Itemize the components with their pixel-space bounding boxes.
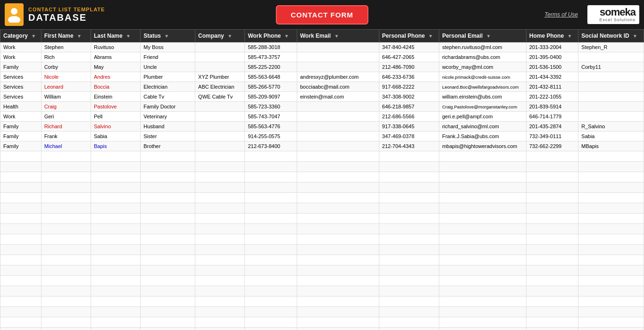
col-header-work-email[interactable]: Work Email ▼ [297, 30, 379, 42]
empty-cell [141, 255, 195, 265]
cell-company [195, 141, 245, 151]
empty-cell [41, 307, 91, 317]
header-right: Terms of Use someka Excel Solutions [544, 5, 639, 24]
contact-form-button[interactable]: CONTACT FORM [276, 5, 368, 25]
empty-cell [245, 307, 297, 317]
filter-arrow-homephone[interactable]: ▼ [567, 33, 572, 39]
col-header-first-name[interactable]: First Name ▼ [41, 30, 91, 42]
someka-tagline: Excel Solutions [599, 17, 636, 22]
empty-cell [526, 276, 578, 286]
cell-status: Sister [141, 132, 195, 141]
col-header-social-network-id[interactable]: Social Network ID ▼ [578, 30, 644, 42]
cell-work-email: einstein@mail.com [297, 92, 379, 102]
cell-personal-phone: 212-486-7090 [379, 62, 439, 72]
table-header-row: Category ▼ First Name ▼ Last Name ▼ Stat… [0, 30, 644, 42]
empty-cell [526, 255, 578, 265]
empty-cell [195, 255, 245, 265]
cell-home-phone: 201-839-5914 [526, 102, 578, 112]
filter-arrow-personalemail[interactable]: ▼ [486, 33, 491, 39]
empty-cell [0, 307, 42, 317]
cell-personal-email: wcorby_may@ml.com [439, 62, 527, 72]
cell-category: Health [0, 102, 42, 112]
empty-cell [195, 328, 245, 330]
cell-last-name: Bapis [91, 141, 140, 151]
cell-personal-email: geri.e.pell@ampf.com [439, 112, 527, 122]
terms-of-use-link[interactable]: Terms of Use [544, 11, 578, 18]
empty-cell [297, 328, 379, 330]
filter-arrow-workemail[interactable]: ▼ [334, 33, 339, 39]
empty-row [0, 328, 644, 330]
cell-personal-phone: 347-840-4245 [379, 42, 439, 52]
filter-arrow-status[interactable]: ▼ [164, 33, 169, 39]
empty-cell [195, 234, 245, 245]
table-row: WorkRichAbramsFriend585-473-3757646-427-… [0, 52, 644, 62]
empty-cell [0, 182, 42, 193]
cell-social-network-id: Stephen_R [578, 42, 644, 52]
cell-company: XYZ Plumber [195, 72, 245, 82]
filter-arrow-company[interactable]: ▼ [227, 33, 232, 39]
cell-work-phone: 585-743-7047 [245, 112, 297, 122]
filter-arrow-first[interactable]: ▼ [77, 33, 82, 39]
cell-work-email [297, 112, 379, 122]
empty-cell [526, 162, 578, 172]
empty-cell [91, 172, 140, 182]
col-header-home-phone[interactable]: Home Phone ▼ [526, 30, 578, 42]
empty-cell [439, 162, 527, 172]
empty-cell [297, 286, 379, 297]
empty-cell [379, 203, 439, 214]
cell-first-name: Leonard [41, 82, 91, 92]
empty-cell [41, 234, 91, 245]
filter-arrow-personalphone[interactable]: ▼ [428, 33, 433, 39]
empty-row [0, 317, 644, 328]
someka-name: someka [600, 7, 636, 17]
cell-personal-email: stephen.ruvituso@ml.com [439, 42, 527, 52]
contacts-table: Category ▼ First Name ▼ Last Name ▼ Stat… [0, 29, 644, 330]
cell-status: My Boss [141, 42, 195, 52]
cell-first-name: Michael [41, 141, 91, 151]
table-row: WorkStephenRuvitusoMy Boss585-288-301834… [0, 42, 644, 52]
empty-row [0, 162, 644, 172]
empty-cell [578, 182, 644, 193]
col-header-last-name[interactable]: Last Name ▼ [91, 30, 140, 42]
filter-arrow-last[interactable]: ▼ [126, 33, 131, 39]
empty-cell [245, 151, 297, 162]
cell-first-name: Stephen [41, 42, 91, 52]
filter-arrow-social[interactable]: ▼ [633, 33, 637, 39]
empty-cell [41, 193, 91, 203]
empty-cell [297, 307, 379, 317]
cell-status: Family Doctor [141, 102, 195, 112]
filter-arrow-workphone[interactable]: ▼ [284, 33, 289, 39]
empty-cell [0, 265, 42, 276]
cell-home-phone: 201-435-2874 [526, 122, 578, 132]
cell-company [195, 122, 245, 132]
cell-personal-email: nicole.primack@credit-suisse.com [439, 72, 527, 82]
empty-cell [91, 234, 140, 245]
empty-cell [439, 193, 527, 203]
col-header-personal-phone[interactable]: Personal Phone ▼ [379, 30, 439, 42]
cell-work-phone: 585-209-9097 [245, 92, 297, 102]
empty-cell [41, 245, 91, 255]
col-header-work-phone[interactable]: Work Phone ▼ [245, 30, 297, 42]
cell-status: Friend [141, 52, 195, 62]
cell-social-network-id [578, 102, 644, 112]
empty-cell [91, 214, 140, 224]
header-center: CONTACT FORM [276, 5, 368, 25]
empty-cell [91, 328, 140, 330]
cell-last-name: Boccia [91, 82, 140, 92]
empty-cell [526, 193, 578, 203]
empty-cell [195, 182, 245, 193]
filter-arrow-category[interactable]: ▼ [31, 33, 36, 39]
empty-row [0, 245, 644, 255]
col-header-category[interactable]: Category ▼ [0, 30, 42, 42]
empty-cell [379, 193, 439, 203]
col-header-company[interactable]: Company ▼ [195, 30, 245, 42]
col-header-status[interactable]: Status ▼ [141, 30, 195, 42]
empty-cell [195, 214, 245, 224]
cell-work-email [297, 42, 379, 52]
logo-section: CONTACT LIST TEMPLATE DATABASE [5, 3, 105, 26]
cell-category: Work [0, 42, 42, 52]
empty-cell [91, 162, 140, 172]
cell-last-name: Salvino [91, 122, 140, 132]
empty-cell [578, 193, 644, 203]
col-header-personal-email[interactable]: Personal Email ▼ [439, 30, 527, 42]
